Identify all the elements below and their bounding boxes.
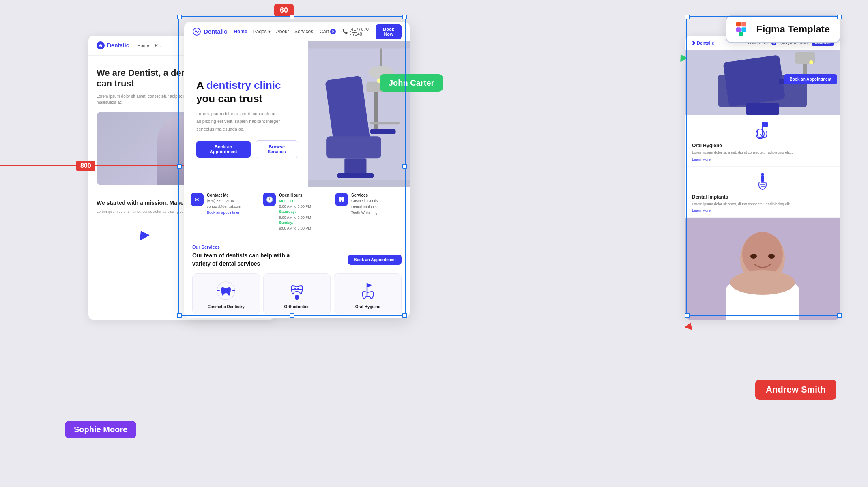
- hours-content: Open Hours Mon - Fri: 8:00 AM to 5:00 PM…: [279, 193, 311, 231]
- contact-title: Contact Me: [207, 193, 241, 197]
- services-list-title: Services: [351, 193, 379, 197]
- services-header: Our team of dentists can help with a var…: [192, 252, 402, 268]
- top-number-badge: 60: [274, 4, 294, 17]
- cursor-triangle-icon: [136, 228, 150, 240]
- nav-book-button[interactable]: Book Now: [376, 24, 402, 39]
- svg-rect-0: [736, 22, 741, 26]
- oral-hygiene-card-name: Oral Hygiene: [355, 305, 380, 309]
- oral-hygiene-icon-row: [692, 120, 833, 139]
- svg-rect-1: [741, 22, 746, 26]
- hero-prefix: A: [196, 79, 204, 91]
- service-item-2: Dental Implants: [351, 204, 379, 210]
- contact-phone: (870) 870 - 2104: [207, 198, 241, 204]
- hero-title: A dentistry clinic you can trust: [196, 79, 298, 105]
- oral-hygiene-card-icon: [357, 280, 378, 301]
- hero-chair-scene-svg: [308, 41, 410, 187]
- cart-count: 0: [330, 29, 336, 34]
- svg-rect-47: [294, 288, 296, 290]
- services-tag: Our Services: [192, 245, 402, 249]
- info-card-contact: ✉ Contact Me (870) 870 - 2104 contact@de…: [191, 193, 259, 231]
- svg-rect-33: [326, 136, 381, 158]
- right-woman-photo: [685, 218, 840, 320]
- nav-link-pages[interactable]: Pages ▾: [253, 29, 271, 34]
- hours-mon-fri: Mon - Fri: 8:00 AM to 5:00 PM: [279, 198, 311, 209]
- cart-label: Cart: [320, 29, 329, 34]
- tooth-flag-svg: [753, 120, 772, 139]
- nav-link-services[interactable]: Services: [294, 29, 313, 34]
- tooth-icon: [338, 196, 345, 203]
- woman-svg: [685, 218, 840, 320]
- svg-rect-7: [723, 55, 785, 107]
- main-nav-logo: Dentalic: [192, 27, 227, 36]
- main-nav-cart[interactable]: Cart 0: [320, 29, 336, 34]
- tooth-flag-card-svg: [357, 280, 378, 301]
- hero-title-rest: you can trust: [196, 92, 262, 105]
- contact-link[interactable]: Book an appointment: [207, 210, 241, 216]
- svg-rect-2: [736, 27, 741, 32]
- hero-section: A dentistry clinic you can trust Lorem i…: [184, 41, 410, 187]
- left-nav-home: Home: [137, 43, 149, 48]
- svg-point-27: [768, 254, 775, 259]
- right-service-oral-hygiene: Oral Hygiene Lorem ipsum dolor sit amet,…: [685, 115, 840, 167]
- svg-rect-3: [741, 27, 746, 32]
- left-logo: ⊕ Dentalic: [97, 41, 129, 49]
- implant-svg: [753, 172, 772, 191]
- main-nav-links[interactable]: Home Pages ▾ About Services: [234, 29, 313, 34]
- sophie-moore-badge: Sophie Moore: [65, 421, 136, 438]
- right-appointment-button[interactable]: Book an Appointment: [784, 74, 837, 84]
- braces-svg: [286, 280, 307, 301]
- dental-implants-icon-row: [692, 172, 833, 191]
- left-nav-links: Home P...: [137, 43, 161, 48]
- svg-rect-4: [739, 32, 743, 36]
- service-card-cosmetic: Cosmetic Dentistry: [192, 273, 260, 314]
- john-carter-badge: John Carter: [380, 74, 443, 92]
- svg-rect-36: [370, 129, 395, 134]
- phone-number: (417) 870 - 7040: [350, 27, 369, 36]
- oral-hygiene-icon: [753, 120, 772, 139]
- dental-implants-name: Dental Implants: [692, 194, 833, 200]
- left-logo-icon: ⊕: [97, 41, 105, 49]
- right-logo: ⊕ Dentalic: [691, 40, 714, 46]
- hours-title: Open Hours: [279, 193, 311, 197]
- service-card-oral-hygiene: Oral Hygiene: [334, 273, 402, 314]
- info-card-hours: 🕐 Open Hours Mon - Fri: 8:00 AM to 5:00 …: [263, 193, 331, 231]
- oral-hygiene-name: Oral Hygiene: [692, 143, 833, 148]
- right-red-cursor: [685, 322, 694, 329]
- orthodontics-name: Orthodontics: [284, 305, 310, 309]
- svg-rect-48: [297, 288, 299, 290]
- right-logo-text: Dentalic: [697, 41, 714, 45]
- pages-chevron-icon: ▾: [268, 29, 271, 34]
- svg-point-25: [730, 270, 795, 295]
- right-red-cursor-triangle-icon: [685, 321, 694, 330]
- hero-buttons: Book an Appointment Browse Services: [196, 140, 298, 158]
- svg-point-12: [809, 60, 813, 64]
- cosmetic-dentistry-icon: [215, 280, 236, 301]
- hero-photo: [308, 41, 410, 187]
- nav-link-about[interactable]: About: [276, 29, 289, 34]
- hours-saturday: Saturday: 9:00 AM to 3:30 PM: [279, 209, 311, 220]
- svg-rect-17: [761, 176, 764, 182]
- cosmetic-dentistry-name: Cosmetic Dentistry: [208, 305, 245, 309]
- contact-email: contact@dentist.com: [207, 204, 241, 210]
- services-book-btn[interactable]: Book an Appointment: [348, 255, 402, 265]
- figma-template-badge: Figma Template: [726, 15, 840, 43]
- figma-icon: [736, 22, 751, 36]
- dental-implants-link[interactable]: Learn More: [692, 208, 833, 212]
- hero-book-btn[interactable]: Book an Appointment: [196, 141, 251, 158]
- andrew-smith-badge: Andrew Smith: [755, 380, 836, 400]
- svg-rect-40: [370, 122, 399, 124]
- service-item-1: Cosmetic Dentist: [351, 198, 379, 204]
- oral-hygiene-link[interactable]: Learn More: [692, 157, 833, 161]
- hero-browse-btn[interactable]: Browse Services: [256, 140, 298, 158]
- main-logo-icon: [192, 27, 201, 36]
- main-nav-phone: 📞 (417) 870 - 7040: [342, 27, 369, 36]
- svg-point-26: [750, 254, 757, 259]
- svg-point-23: [742, 232, 783, 277]
- nav-link-home[interactable]: Home: [234, 29, 247, 34]
- service-item-3: Teeth Whitening: [351, 210, 379, 216]
- left-nav-pages: P...: [155, 43, 161, 48]
- main-navbar: Dentalic Home Pages ▾ About Services Car…: [184, 22, 410, 41]
- svg-rect-49: [295, 295, 299, 300]
- right-service-dental-implants: Dental Implants Lorem ipsum dolor sit am…: [685, 167, 840, 218]
- measurement-label: 800: [76, 161, 95, 171]
